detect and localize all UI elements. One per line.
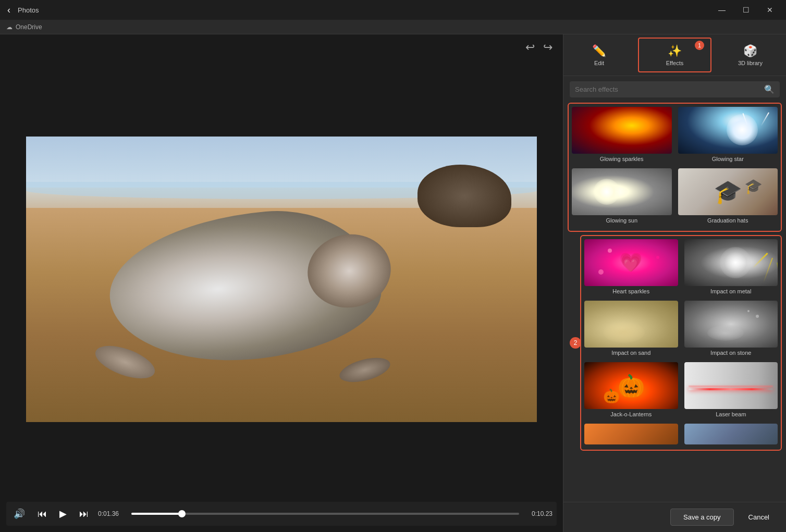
search-icon: 🔍 bbox=[764, 84, 775, 94]
editor-toolbar: ↩ ↪ bbox=[6, 41, 557, 54]
effects-icon: ✨ bbox=[668, 44, 682, 58]
total-time: 0:10.23 bbox=[525, 510, 552, 517]
title-left: ‹ Photos bbox=[4, 4, 39, 17]
label-graduation-hats: Graduation hats bbox=[706, 215, 749, 226]
effects-row-3: 💗 Heart sparkles bbox=[583, 238, 779, 298]
action-bar: Save a copy Cancel bbox=[563, 502, 786, 532]
effects-row-6 bbox=[583, 423, 779, 446]
effects-row-5: 🎃 🎃 Jack-o-Lanterns Laser beam bbox=[583, 361, 779, 420]
onedrive-label-area: ☁ OneDrive bbox=[6, 23, 42, 31]
effect-more-2[interactable] bbox=[683, 423, 779, 446]
skip-forward-button[interactable]: ⏭ bbox=[76, 508, 92, 521]
badge-2: 2 bbox=[570, 337, 581, 349]
effects-grid[interactable]: Glowing sparkles Glowing star bbox=[563, 103, 786, 502]
main-area: ↩ ↪ bbox=[0, 34, 786, 532]
effect-graduation-hats[interactable]: 🎓 🎓 Graduation hats bbox=[677, 167, 779, 227]
maximize-button[interactable]: ☐ bbox=[734, 2, 758, 18]
thumb-impact-stone bbox=[684, 301, 778, 348]
video-panel-inner: ↩ ↪ bbox=[6, 41, 557, 526]
thumb-laser-beam bbox=[684, 362, 778, 409]
cancel-button[interactable]: Cancel bbox=[740, 509, 778, 526]
search-input[interactable] bbox=[575, 85, 760, 93]
effects-tabs: ✏️ Edit 1 ✨ Effects 🎲 3D library bbox=[563, 34, 786, 76]
seal-scene bbox=[26, 137, 537, 422]
thumb-glowing-sparkles bbox=[572, 107, 672, 154]
label-impact-on-metal: Impact on metal bbox=[709, 286, 752, 296]
thumb-glowing-star bbox=[678, 107, 778, 154]
label-impact-on-stone: Impact on stone bbox=[709, 348, 752, 358]
video-canvas bbox=[6, 60, 557, 498]
effects-selection-group-top: Glowing sparkles Glowing star bbox=[568, 103, 782, 232]
window-controls: — ☐ ✕ bbox=[710, 2, 782, 18]
thumb-impact-sand bbox=[584, 301, 678, 348]
volume-button[interactable]: 🔊 bbox=[10, 507, 28, 521]
tab-3d-library[interactable]: 🎲 3D library bbox=[715, 34, 786, 76]
effect-laser-beam[interactable]: Laser beam bbox=[683, 361, 779, 420]
effect-glowing-star[interactable]: Glowing star bbox=[677, 106, 779, 165]
badge-2-row: 2 💗 Heart sparkles bbox=[580, 235, 782, 451]
close-button[interactable]: ✕ bbox=[758, 2, 782, 18]
effect-jack-o-lanterns[interactable]: 🎃 🎃 Jack-o-Lanterns bbox=[583, 361, 679, 420]
undo-button[interactable]: ↩ bbox=[525, 41, 535, 54]
effects-panel: ✏️ Edit 1 ✨ Effects 🎲 3D library 🔍 bbox=[563, 34, 786, 532]
video-panel: ↩ ↪ bbox=[0, 34, 563, 532]
thumb-more-2 bbox=[684, 424, 778, 444]
play-button[interactable]: ▶ bbox=[56, 507, 70, 521]
thumb-jack-o-lanterns: 🎃 🎃 bbox=[584, 362, 678, 409]
effect-heart-sparkles[interactable]: 💗 Heart sparkles bbox=[583, 238, 679, 298]
app-title: Photos bbox=[18, 6, 39, 14]
label-glowing-star: Glowing star bbox=[711, 154, 745, 164]
label-impact-on-sand: Impact on sand bbox=[610, 348, 652, 358]
progress-fill bbox=[131, 513, 182, 515]
tab-edit[interactable]: ✏️ Edit bbox=[563, 34, 635, 76]
tab-effects[interactable]: 1 ✨ Effects bbox=[638, 38, 711, 72]
thumb-glowing-sun bbox=[572, 168, 672, 215]
3d-library-icon: 🎲 bbox=[743, 44, 757, 58]
thumb-heart-sparkles: 💗 bbox=[584, 239, 678, 286]
effects-row-2: Glowing sun 🎓 🎓 Graduation hats bbox=[571, 167, 779, 227]
effects-selection-group-mid: 💗 Heart sparkles bbox=[580, 235, 782, 451]
effect-impact-on-stone[interactable]: Impact on stone bbox=[683, 300, 779, 359]
video-controls: 🔊 ⏮ ▶ ⏭ 0:01.36 0:10.23 bbox=[6, 502, 557, 526]
effect-glowing-sparkles[interactable]: Glowing sparkles bbox=[571, 106, 673, 165]
label-heart-sparkles: Heart sparkles bbox=[611, 286, 650, 296]
video-frame bbox=[26, 137, 537, 422]
thumb-graduation-hats: 🎓 🎓 bbox=[678, 168, 778, 215]
back-button[interactable]: ‹ bbox=[4, 4, 14, 17]
app-titlebar: ‹ Photos — ☐ ✕ bbox=[0, 0, 786, 20]
edit-icon: ✏️ bbox=[592, 44, 606, 58]
redo-button[interactable]: ↪ bbox=[543, 41, 552, 54]
tab-edit-label: Edit bbox=[594, 60, 604, 66]
skip-back-button[interactable]: ⏮ bbox=[34, 508, 50, 521]
onedrive-bar: ☁ OneDrive bbox=[0, 20, 786, 34]
label-jack-o-lanterns: Jack-o-Lanterns bbox=[609, 409, 653, 419]
effects-badge: 1 bbox=[695, 41, 704, 50]
label-laser-beam: Laser beam bbox=[715, 409, 747, 419]
progress-bar[interactable] bbox=[131, 513, 519, 515]
onedrive-icon: ☁ bbox=[6, 23, 13, 31]
onedrive-label: OneDrive bbox=[16, 23, 42, 31]
thumb-more-1 bbox=[584, 424, 678, 444]
effects-row-1: Glowing sparkles Glowing star bbox=[571, 106, 779, 165]
save-copy-button[interactable]: Save a copy bbox=[670, 509, 734, 526]
progress-thumb bbox=[178, 510, 186, 517]
search-bar: 🔍 bbox=[570, 81, 780, 97]
label-glowing-sparkles: Glowing sparkles bbox=[599, 154, 645, 164]
effects-row-4: Impact on sand Impact on stone bbox=[583, 300, 779, 359]
label-glowing-sun: Glowing sun bbox=[605, 215, 638, 226]
effect-more-1[interactable] bbox=[583, 423, 679, 446]
tab-3d-label: 3D library bbox=[738, 60, 763, 66]
tab-effects-label: Effects bbox=[666, 60, 683, 66]
effect-glowing-sun[interactable]: Glowing sun bbox=[571, 167, 673, 227]
thumb-impact-metal bbox=[684, 239, 778, 286]
effect-impact-on-metal[interactable]: Impact on metal bbox=[683, 238, 779, 298]
effect-impact-on-sand[interactable]: Impact on sand bbox=[583, 300, 679, 359]
current-time: 0:01.36 bbox=[98, 510, 125, 517]
minimize-button[interactable]: — bbox=[710, 2, 734, 18]
